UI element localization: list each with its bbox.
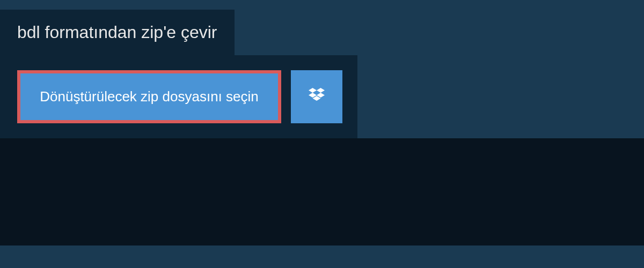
bottom-area <box>0 138 644 245</box>
select-file-label: Dönüştürülecek zip dosyasını seçin <box>40 88 259 105</box>
upload-panel: Dönüştürülecek zip dosyasını seçin <box>0 55 357 138</box>
tab-header: bdl formatından zip'e çevir <box>0 10 235 55</box>
select-file-button[interactable]: Dönüştürülecek zip dosyasını seçin <box>17 70 281 123</box>
dropbox-icon <box>307 86 326 108</box>
dropbox-button[interactable] <box>291 70 342 123</box>
tab-title: bdl formatından zip'e çevir <box>17 23 217 42</box>
